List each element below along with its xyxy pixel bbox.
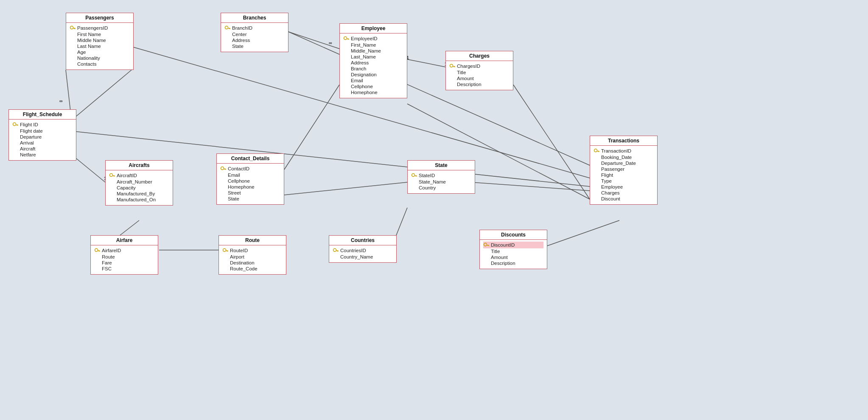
svg-line-15	[284, 85, 339, 170]
field-label: Booking_Date	[601, 155, 632, 160]
field-label: Branch	[351, 66, 366, 71]
field-employee-email: Email	[343, 78, 403, 83]
field-label: State_Name	[419, 179, 446, 184]
field-passengers-first-name: First Name	[70, 31, 130, 37]
field-state-stateid: StateID	[411, 172, 471, 179]
table-title-aircrafts: Aircrafts	[106, 161, 173, 170]
field-label: CountriesID	[340, 248, 366, 253]
field-transactions-charges: Charges	[594, 190, 654, 196]
pk-icon	[449, 63, 455, 69]
table-fields-charges: ChargesIDTitleAmountDescription	[446, 61, 513, 90]
field-aircrafts-aircraftid: AircraftID	[109, 172, 169, 179]
field-transactions-discount: Discount	[594, 196, 654, 202]
field-branches-state: State	[224, 43, 285, 49]
field-label: First_Name	[351, 42, 376, 47]
table-title-branches: Branches	[221, 13, 288, 23]
field-label: Middle Name	[77, 38, 106, 43]
field-flight_schedule-departure: Departure	[12, 134, 73, 140]
field-label: AirfareID	[102, 248, 121, 253]
field-label: Flight	[601, 172, 613, 178]
field-label: Email	[228, 172, 240, 178]
table-title-charges: Charges	[446, 51, 513, 61]
field-aircrafts-aircraft_number: Aircraft_Number	[109, 179, 169, 185]
field-label: Description	[491, 261, 515, 266]
svg-line-1	[74, 157, 105, 182]
table-fields-discounts: DiscountIDTitleAmountDescription	[480, 240, 547, 269]
field-label: Destination	[230, 260, 255, 265]
field-label: Passenger	[601, 167, 624, 172]
field-route-airport: Airport	[222, 254, 283, 260]
field-label: Route_Code	[230, 266, 258, 271]
table-title-state: State	[408, 161, 475, 170]
table-route: Route RouteIDAirportDestinationRoute_Cod…	[218, 235, 286, 275]
table-title-passengers: Passengers	[66, 13, 133, 23]
svg-line-6	[288, 32, 590, 165]
field-label: BranchID	[232, 25, 252, 31]
table-charges: Charges ChargesIDTitleAmountDescription	[445, 51, 513, 90]
rel-label-7: ∞	[329, 40, 332, 45]
field-label: Netfare	[20, 152, 36, 157]
table-flight_schedule: Flight_Schedule Flight IDFlight dateDepa…	[8, 109, 76, 161]
table-airfare: Airfare AirfareIDRouteFareFSC	[90, 235, 158, 275]
field-charges-amount: Amount	[449, 75, 510, 81]
field-label: TransactionID	[601, 148, 631, 153]
field-countries-countriesid: CountriesID	[333, 247, 393, 254]
table-fields-branches: BranchIDCenterAddressState	[221, 23, 288, 52]
field-label: Address	[351, 60, 369, 65]
field-discounts-description: Description	[483, 260, 543, 266]
field-passengers-contacts: Contacts	[70, 61, 130, 67]
field-aircrafts-capacity: Capacity	[109, 185, 169, 191]
field-label: First Name	[77, 32, 101, 37]
svg-point-45	[412, 174, 415, 177]
field-transactions-passenger: Passenger	[594, 166, 654, 172]
field-label: Center	[232, 32, 247, 37]
field-contact_details-state: State	[220, 196, 280, 202]
field-transactions-transactionid: TransactionID	[594, 147, 654, 154]
field-employee-middle_name: Middle_Name	[343, 48, 403, 54]
field-label: Country	[419, 185, 436, 190]
field-flight_schedule-aircraft: Aircraft	[12, 146, 73, 152]
field-label: Title	[457, 70, 466, 75]
field-airfare-fare: Fare	[94, 260, 154, 266]
table-fields-state: StateIDState_NameCountry	[408, 170, 475, 193]
field-label: Departure	[20, 134, 42, 139]
field-label: Designation	[351, 72, 377, 77]
field-contact_details-cellphone: Cellphone	[220, 178, 280, 184]
field-employee-designation: Designation	[343, 72, 403, 78]
field-label: Homephone	[351, 90, 378, 95]
table-title-airfare: Airfare	[91, 236, 158, 245]
field-label: RouteID	[230, 248, 248, 253]
diagram-canvas: ∞ 1 ∞ 1 1 1 ∞ 1 1 Passengers PassengersI…	[0, 0, 868, 420]
field-branches-branchid: BranchID	[224, 25, 285, 31]
field-branches-center: Center	[224, 31, 285, 37]
field-passengers-passengersid: PassengersID	[70, 25, 130, 31]
pk-icon	[224, 25, 230, 31]
table-state: State StateIDState_NameCountry	[407, 160, 475, 194]
field-label: Email	[351, 78, 363, 83]
field-transactions-flight: Flight	[594, 172, 654, 178]
field-label: Last Name	[77, 44, 101, 49]
field-employee-last_name: Last_Name	[343, 54, 403, 60]
field-label: Age	[77, 50, 86, 55]
svg-point-21	[225, 26, 228, 29]
field-label: Aircraft_Number	[117, 179, 152, 184]
field-label: Middle_Name	[351, 48, 381, 53]
field-contact_details-homephone: Homephone	[220, 184, 280, 190]
field-airfare-route: Route	[94, 254, 154, 260]
svg-line-7	[513, 85, 590, 199]
pk-icon	[12, 122, 18, 128]
field-employee-cellphone: Cellphone	[343, 83, 403, 89]
field-contact_details-contactid: ContactID	[220, 165, 280, 172]
svg-line-14	[547, 220, 619, 246]
field-contact_details-email: Email	[220, 172, 280, 178]
field-aircrafts-manufactured_by: Manufactured_By	[109, 191, 169, 197]
field-transactions-type: Type	[594, 178, 654, 184]
table-fields-airfare: AirfareIDRouteFareFSC	[91, 245, 158, 274]
field-label: Contacts	[77, 61, 96, 67]
field-flight_schedule-flight-id: Flight ID	[12, 121, 73, 128]
field-label: Type	[601, 178, 612, 184]
table-fields-employee: EmployeeIDFirst_NameMiddle_NameLast_Name…	[340, 33, 407, 98]
field-label: StateID	[419, 173, 435, 178]
table-fields-countries: CountriesIDCountry_Name	[329, 245, 396, 262]
table-fields-route: RouteIDAirportDestinationRoute_Code	[219, 245, 286, 274]
